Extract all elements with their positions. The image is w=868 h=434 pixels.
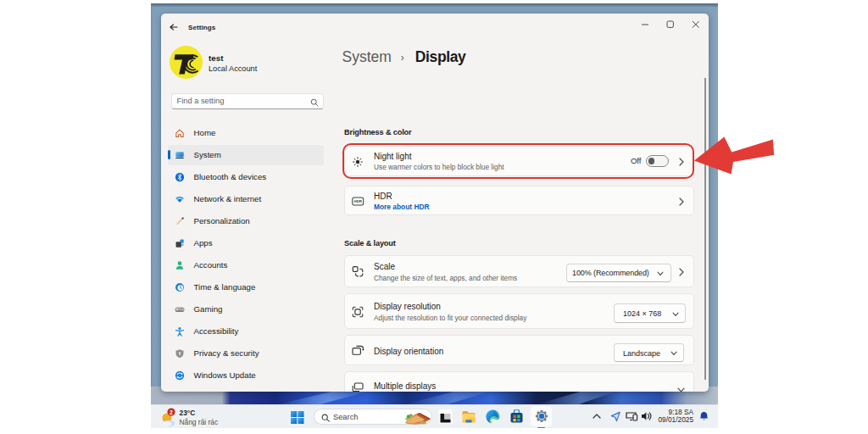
svg-text:HDR: HDR: [353, 199, 362, 203]
svg-text:2: 2: [170, 409, 173, 415]
